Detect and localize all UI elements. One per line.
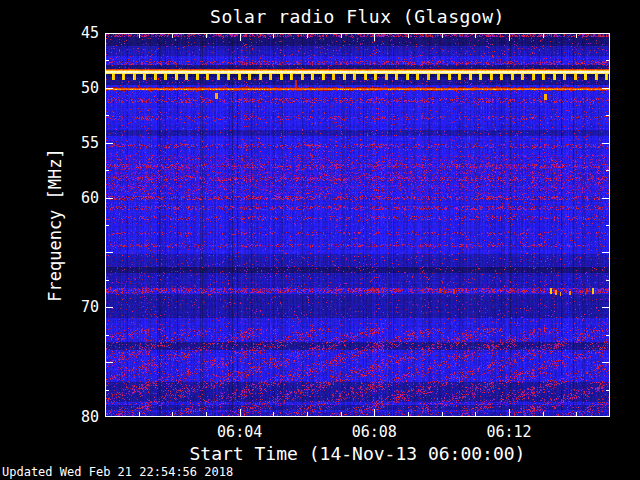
x-tick-label-0608: 06:08: [339, 424, 409, 440]
y-tick-label-60: 60: [55, 189, 99, 207]
footer-updated-text: Updated Wed Feb 21 22:54:56 2018: [2, 465, 233, 479]
chart-title: Solar radio Flux (Glasgow): [105, 6, 610, 27]
y-tick-label-55: 55: [55, 134, 99, 152]
y-tick-label-50: 50: [55, 79, 99, 97]
y-tick-label-80: 80: [55, 408, 99, 426]
y-tick-label-45: 45: [55, 24, 99, 42]
x-tick-label-0612: 06:12: [474, 424, 544, 440]
spectrogram-canvas: [105, 33, 610, 417]
y-axis-title: Frequency [MHz]: [45, 148, 65, 302]
x-axis-title: Start Time (14-Nov-13 06:00:00): [105, 443, 610, 464]
spectrogram-page: Solar radio Flux (Glasgow) Frequency [MH…: [0, 0, 640, 480]
y-tick-label-70: 70: [55, 298, 99, 316]
x-tick-label-0604: 06:04: [205, 424, 275, 440]
